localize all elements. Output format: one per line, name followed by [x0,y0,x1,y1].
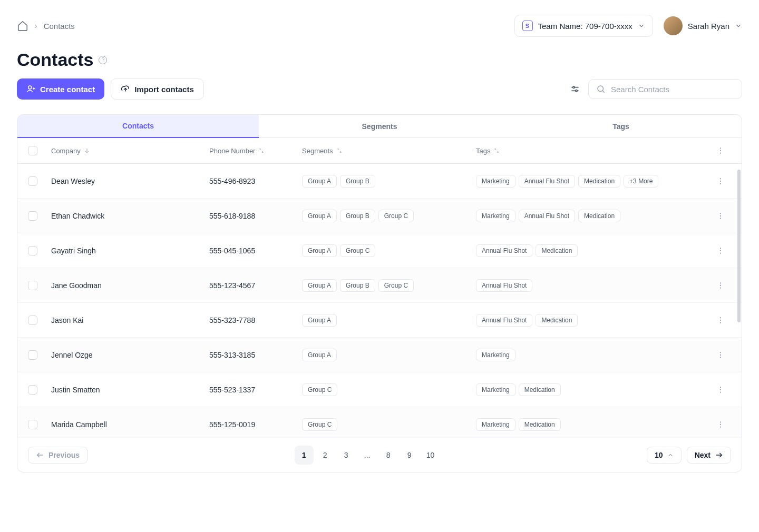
svg-point-18 [720,218,721,219]
svg-point-28 [720,352,721,353]
svg-point-29 [720,354,721,355]
svg-point-12 [720,153,721,154]
row-checkbox[interactable] [28,246,37,255]
tab-segments[interactable]: Segments [259,115,500,138]
contact-name: Gayatri Singh [51,247,96,255]
page-button[interactable]: 2 [316,446,335,465]
tag-pill: Annual Flu Shot [519,175,575,188]
help-icon[interactable]: ? [99,56,107,64]
row-checkbox[interactable] [28,176,37,186]
column-tags[interactable]: Tags [476,147,710,155]
row-menu-button[interactable] [714,244,727,257]
page-button[interactable]: 10 [421,446,440,465]
page-button[interactable]: 3 [337,446,356,465]
table-wrap: Company Phone Number Segments [17,138,742,438]
tag-pill: Annual Flu Shot [519,210,575,222]
create-contact-label: Create contact [40,85,95,94]
svg-point-13 [720,178,721,179]
breadcrumb-current[interactable]: Contacts [44,22,75,31]
filter-icon[interactable] [569,83,581,95]
row-menu-button[interactable] [714,383,727,396]
svg-point-20 [720,250,721,251]
svg-point-11 [720,150,721,151]
row-checkbox[interactable] [28,281,37,290]
next-button[interactable]: Next [687,447,731,464]
svg-point-10 [720,147,721,149]
action-left: Create contact Import contacts [17,78,204,100]
row-checkbox[interactable] [28,316,37,325]
row-menu-button[interactable] [714,314,727,327]
table-row[interactable]: Jane Goodman555-123-4567Group AGroup BGr… [17,268,742,303]
table-row[interactable]: Jason Kai555-323-7788Group AAnnual Flu S… [17,303,742,338]
search-box[interactable] [588,79,742,99]
contact-name: Ethan Chadwick [51,212,104,220]
breadcrumb: › Contacts [17,20,75,32]
segment-pill: Group A [302,279,337,292]
table-row[interactable]: Marida Campbell555-125-0019Group CMarket… [17,407,742,438]
svg-point-15 [720,183,721,184]
tag-pill: Marketing [476,210,515,222]
row-menu-button[interactable] [714,418,727,431]
import-contacts-button[interactable]: Import contacts [111,78,204,100]
scrollbar[interactable] [737,170,741,412]
contact-phone: 555-045-1065 [209,247,255,255]
svg-point-21 [720,252,721,253]
row-menu-button[interactable] [714,349,727,361]
create-contact-button[interactable]: Create contact [17,78,104,100]
column-company[interactable]: Company [51,147,209,155]
header-menu-button[interactable] [714,144,727,157]
page-button[interactable]: 9 [400,446,419,465]
tag-pill: Marketing [476,383,515,396]
tab-contacts[interactable]: Contacts [17,115,259,138]
contact-phone: 555-523-1337 [209,386,255,394]
page-button[interactable]: 1 [295,446,314,465]
next-label: Next [695,451,711,459]
team-selector[interactable]: S Team Name: 709-700-xxxx [514,15,653,37]
table-body: Dean Wesley555-496-8923Group AGroup BMar… [17,164,742,438]
table-row[interactable]: Ethan Chadwick555-618-9188Group AGroup B… [17,199,742,233]
home-icon[interactable] [17,20,28,32]
svg-point-7 [598,86,604,92]
svg-point-30 [720,357,721,358]
contact-phone: 555-125-0019 [209,420,255,429]
user-menu[interactable]: Sarah Ryan [664,16,742,35]
table-row[interactable]: Justin Smatten555-523-1337Group CMarketi… [17,372,742,407]
svg-point-23 [720,284,721,285]
contact-phone: 555-323-7788 [209,316,255,324]
import-contacts-label: Import contacts [134,85,194,94]
svg-point-6 [576,90,577,92]
svg-point-22 [720,282,721,283]
row-menu-button[interactable] [714,175,727,188]
arrow-right-icon [715,451,723,459]
select-all-checkbox[interactable] [28,146,37,155]
tag-pill: Medication [578,210,620,222]
tag-pill: Marketing [476,418,515,431]
page-size-selector[interactable]: 10 [647,447,682,464]
arrow-left-icon [36,451,44,459]
team-label: Team Name: 709-700-xxxx [538,22,632,31]
row-menu-button[interactable] [714,279,727,292]
table-row[interactable]: Gayatri Singh555-045-1065Group AGroup CA… [17,233,742,268]
upload-icon [121,84,130,94]
page-ellipsis: ... [358,446,377,465]
row-checkbox[interactable] [28,385,37,395]
table-footer: Previous 123...8910 10 Next [17,438,742,472]
row-checkbox[interactable] [28,420,37,429]
segment-pill: Group A [302,210,337,222]
contact-phone: 555-618-9188 [209,212,255,220]
scrollbar-thumb[interactable] [737,170,741,322]
row-checkbox[interactable] [28,350,37,360]
column-tags-label: Tags [476,147,490,155]
contacts-panel: Contacts Segments Tags Company Phone Num… [17,114,742,472]
row-checkbox[interactable] [28,211,37,221]
table-row[interactable]: Jennel Ozge555-313-3185Group AMarketing [17,338,742,372]
table-row[interactable]: Dean Wesley555-496-8923Group AGroup BMar… [17,164,742,199]
page-button[interactable]: 8 [379,446,398,465]
column-phone[interactable]: Phone Number [209,147,302,155]
column-segments[interactable]: Segments [302,147,476,155]
row-menu-button[interactable] [714,210,727,222]
tab-tags[interactable]: Tags [500,115,742,138]
previous-button[interactable]: Previous [28,447,87,464]
search-input[interactable] [611,85,734,94]
user-name: Sarah Ryan [688,22,729,31]
